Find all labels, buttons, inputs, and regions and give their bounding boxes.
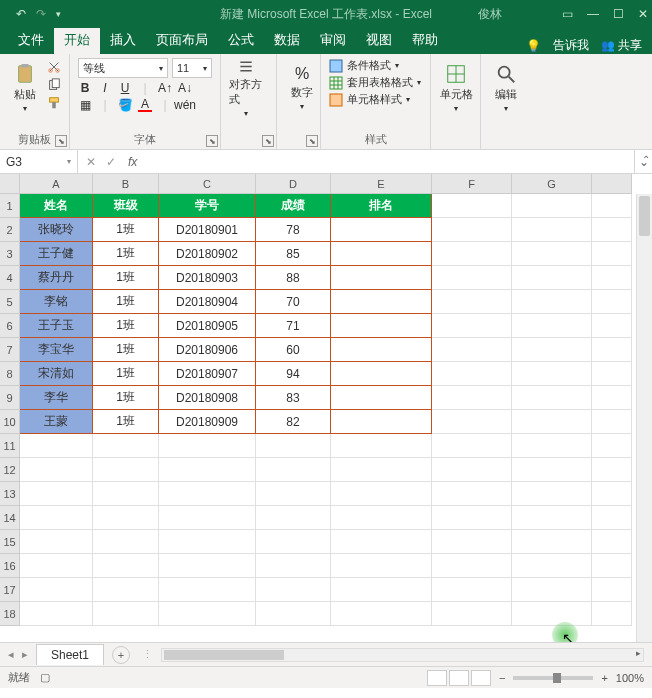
- formula-input[interactable]: [141, 150, 634, 173]
- cell-rank[interactable]: [331, 386, 432, 410]
- cell-id[interactable]: D20180904: [159, 290, 256, 314]
- row-header[interactable]: 18: [0, 602, 20, 626]
- cell[interactable]: [93, 482, 159, 506]
- cell[interactable]: [512, 458, 592, 482]
- cell[interactable]: [432, 242, 512, 266]
- editing-button[interactable]: 编辑 ▾: [489, 58, 523, 118]
- row-header[interactable]: 5: [0, 290, 20, 314]
- cell[interactable]: [159, 482, 256, 506]
- cell-id[interactable]: D20180905: [159, 314, 256, 338]
- cell[interactable]: [592, 194, 632, 218]
- row-header[interactable]: 7: [0, 338, 20, 362]
- zoom-in-button[interactable]: +: [601, 672, 607, 684]
- cell[interactable]: [432, 218, 512, 242]
- cancel-formula-icon[interactable]: ✕: [86, 155, 96, 169]
- cell[interactable]: [592, 434, 632, 458]
- cell-class[interactable]: 1班: [93, 218, 159, 242]
- cell-name[interactable]: 李铭: [20, 290, 93, 314]
- cell[interactable]: [592, 410, 632, 434]
- number-launcher[interactable]: ⬊: [306, 135, 318, 147]
- cell-id[interactable]: D20180901: [159, 218, 256, 242]
- sheet-tab-1[interactable]: Sheet1: [36, 644, 104, 665]
- cell-name[interactable]: 张晓玲: [20, 218, 93, 242]
- cell[interactable]: [331, 530, 432, 554]
- cell[interactable]: [512, 530, 592, 554]
- col-header-E[interactable]: E: [331, 174, 432, 194]
- row-header[interactable]: 13: [0, 482, 20, 506]
- cell-rank[interactable]: [331, 290, 432, 314]
- cell-id[interactable]: D20180902: [159, 242, 256, 266]
- cell-name[interactable]: 李宝华: [20, 338, 93, 362]
- cell-name[interactable]: 蔡丹丹: [20, 266, 93, 290]
- cell[interactable]: [592, 314, 632, 338]
- cell-class[interactable]: 1班: [93, 410, 159, 434]
- cell-class[interactable]: 1班: [93, 362, 159, 386]
- col-header-G[interactable]: G: [512, 174, 592, 194]
- cell[interactable]: [432, 290, 512, 314]
- col-header-F[interactable]: F: [432, 174, 512, 194]
- alignment-button[interactable]: 对齐方式 ▾: [229, 58, 263, 118]
- underline-button[interactable]: U: [118, 81, 132, 95]
- cell-class[interactable]: 1班: [93, 314, 159, 338]
- add-sheet-button[interactable]: +: [112, 646, 130, 664]
- ribbon-options-icon[interactable]: ▭: [562, 7, 573, 21]
- cell[interactable]: [592, 266, 632, 290]
- col-header-C[interactable]: C: [159, 174, 256, 194]
- increase-font-icon[interactable]: A↑: [158, 81, 172, 95]
- cell-class[interactable]: 1班: [93, 386, 159, 410]
- cell-score[interactable]: 60: [256, 338, 331, 362]
- redo-icon[interactable]: ↷: [36, 7, 46, 21]
- cell-name[interactable]: 李华: [20, 386, 93, 410]
- cell[interactable]: [432, 434, 512, 458]
- cell-name[interactable]: 王蒙: [20, 410, 93, 434]
- cell-class[interactable]: 1班: [93, 290, 159, 314]
- phonetic-button[interactable]: wén: [178, 98, 192, 112]
- row-header[interactable]: 2: [0, 218, 20, 242]
- cell-rank[interactable]: [331, 410, 432, 434]
- row-header[interactable]: 10: [0, 410, 20, 434]
- table-header[interactable]: 成绩: [256, 194, 331, 218]
- collapse-ribbon-icon[interactable]: ⌃: [642, 154, 650, 165]
- minimize-icon[interactable]: —: [587, 7, 599, 21]
- tab-file[interactable]: 文件: [8, 26, 54, 54]
- cell[interactable]: [592, 506, 632, 530]
- table-header[interactable]: 学号: [159, 194, 256, 218]
- cell[interactable]: [331, 458, 432, 482]
- cell-score[interactable]: 70: [256, 290, 331, 314]
- tab-data[interactable]: 数据: [264, 26, 310, 54]
- share-button[interactable]: 👥 共享: [601, 37, 642, 54]
- cell[interactable]: [93, 530, 159, 554]
- cell-id[interactable]: D20180907: [159, 362, 256, 386]
- lightbulb-icon[interactable]: 💡: [526, 39, 541, 53]
- cell[interactable]: [93, 506, 159, 530]
- table-header[interactable]: 排名: [331, 194, 432, 218]
- cell[interactable]: [432, 602, 512, 626]
- tab-insert[interactable]: 插入: [100, 26, 146, 54]
- table-header[interactable]: 姓名: [20, 194, 93, 218]
- cell[interactable]: [20, 482, 93, 506]
- cell[interactable]: [592, 458, 632, 482]
- cell[interactable]: [331, 578, 432, 602]
- row-header[interactable]: 16: [0, 554, 20, 578]
- cell[interactable]: [432, 386, 512, 410]
- paste-button[interactable]: 粘贴 ▾: [8, 58, 41, 118]
- cell[interactable]: [592, 386, 632, 410]
- copy-icon[interactable]: [47, 78, 61, 92]
- cell[interactable]: [512, 578, 592, 602]
- cell[interactable]: [159, 554, 256, 578]
- cell-rank[interactable]: [331, 314, 432, 338]
- border-button[interactable]: ▦: [78, 98, 92, 112]
- cell[interactable]: [432, 458, 512, 482]
- cell-class[interactable]: 1班: [93, 266, 159, 290]
- cell-score[interactable]: 71: [256, 314, 331, 338]
- next-sheet-icon[interactable]: ▸: [22, 648, 28, 661]
- cell[interactable]: [512, 602, 592, 626]
- cell[interactable]: [159, 602, 256, 626]
- font-name-combo[interactable]: 等线▾: [78, 58, 168, 78]
- number-button[interactable]: % 数字 ▾: [285, 58, 319, 118]
- cell[interactable]: [592, 554, 632, 578]
- cell-score[interactable]: 82: [256, 410, 331, 434]
- row-header[interactable]: 14: [0, 506, 20, 530]
- cell[interactable]: [512, 194, 592, 218]
- cell-id[interactable]: D20180908: [159, 386, 256, 410]
